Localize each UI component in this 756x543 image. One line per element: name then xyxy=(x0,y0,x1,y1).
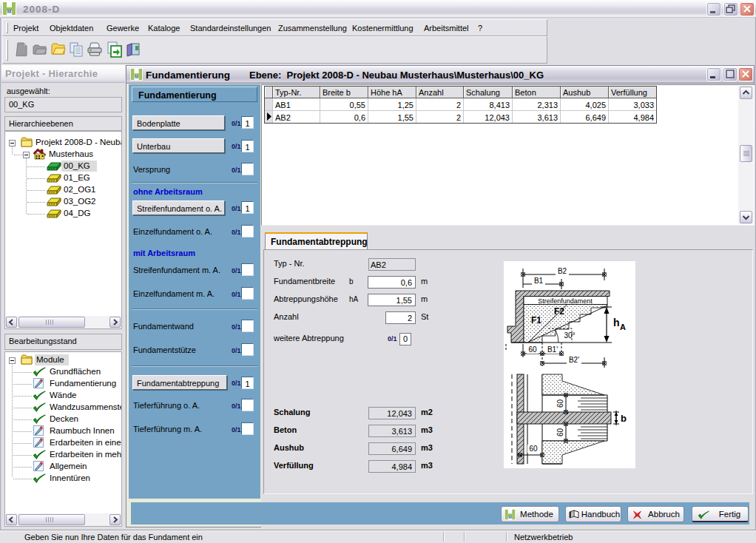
svg-text:b: b xyxy=(621,413,627,424)
svg-text:B1': B1' xyxy=(547,345,558,354)
svg-text:B2': B2' xyxy=(569,356,579,364)
svg-text:M: M xyxy=(508,515,512,519)
svg-text:Streifenfundament: Streifenfundament xyxy=(538,297,593,305)
svg-text:60: 60 xyxy=(556,399,564,408)
svg-text:30°: 30° xyxy=(564,331,575,340)
svg-text:B1: B1 xyxy=(534,277,544,285)
svg-text:M: M xyxy=(7,9,12,14)
svg-text:60: 60 xyxy=(528,345,537,354)
svg-text:A: A xyxy=(620,323,626,331)
svg-text:F1: F1 xyxy=(531,315,541,326)
svg-text:60: 60 xyxy=(556,428,564,437)
svg-text:F2: F2 xyxy=(554,306,564,317)
svg-text:h: h xyxy=(613,317,620,328)
svg-text:B2: B2 xyxy=(558,267,567,275)
svg-text:60: 60 xyxy=(529,445,538,453)
svg-text:M: M xyxy=(135,74,138,79)
